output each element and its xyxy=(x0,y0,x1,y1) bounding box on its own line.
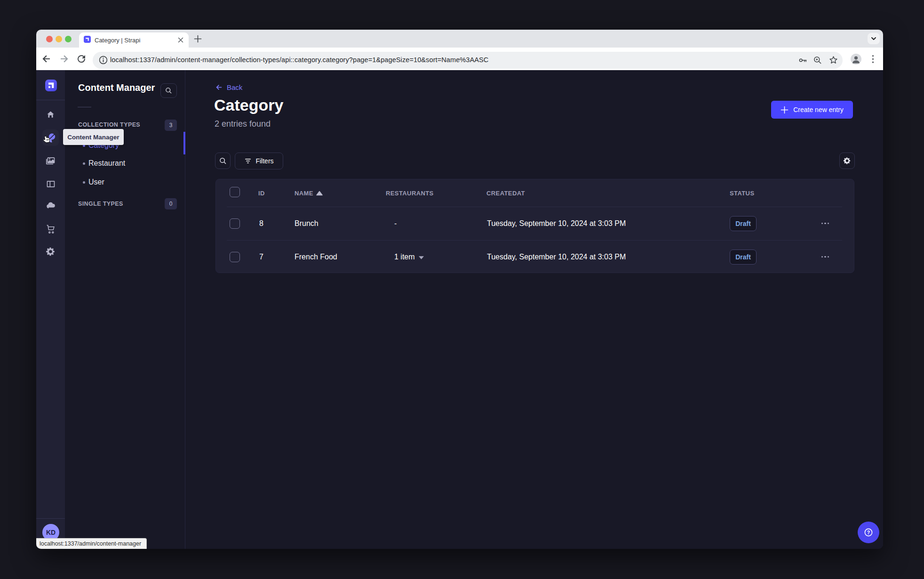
svg-text:?: ? xyxy=(867,530,870,535)
